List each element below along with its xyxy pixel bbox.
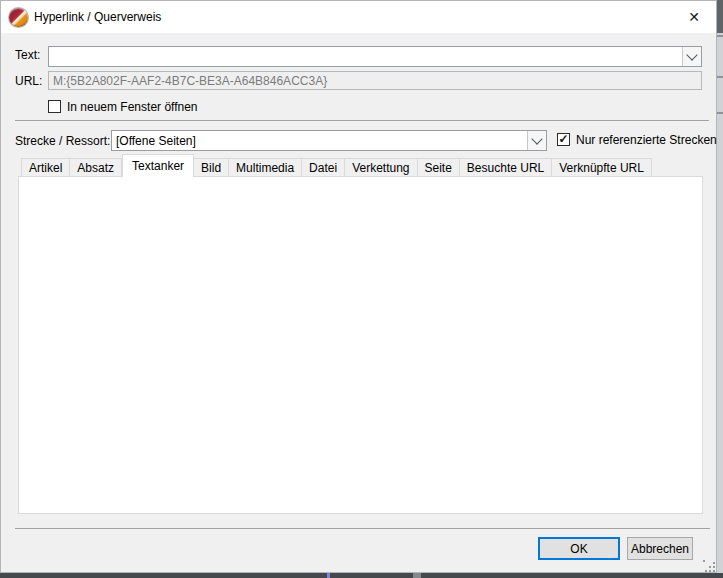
background-window-purple-mark — [327, 573, 330, 578]
tab-verkettung[interactable]: Verkettung — [345, 158, 417, 177]
background-window-right-edge — [717, 0, 723, 578]
tab-bild[interactable]: Bild — [194, 158, 229, 177]
hyperlink-dialog: Hyperlink / Querverweis ✕ Text: URL: M:{… — [0, 0, 717, 573]
background-window-dark-segment — [717, 0, 723, 33]
screen: Hyperlink / Querverweis ✕ Text: URL: M:{… — [0, 0, 723, 578]
separator-bottom — [15, 528, 710, 529]
tab-textanker[interactable]: Textanker — [122, 154, 194, 177]
background-window-tick — [717, 112, 723, 114]
tabpage-textanker — [18, 176, 703, 514]
strecke-combobox[interactable]: [Offene Seiten] — [111, 130, 547, 151]
url-field: M:{5B2A802F-AAF2-4B7C-BE3A-A64B846ACC3A} — [48, 71, 702, 90]
resize-grip-dots — [703, 560, 705, 562]
window-title: Hyperlink / Querverweis — [34, 10, 161, 24]
tab-seite[interactable]: Seite — [418, 158, 460, 177]
tab-multimedia[interactable]: Multimedia — [229, 158, 302, 177]
chevron-down-icon — [686, 49, 697, 60]
new-window-checkbox[interactable] — [48, 100, 61, 113]
text-combobox-dropdown-button[interactable] — [682, 47, 701, 66]
url-field-value: M:{5B2A802F-AAF2-4B7C-BE3A-A64B846ACC3A} — [53, 74, 327, 88]
url-label: URL: — [15, 74, 42, 88]
chevron-down-icon — [531, 133, 542, 144]
cancel-button[interactable]: Abbrechen — [627, 537, 693, 560]
tab-besuchte-url[interactable]: Besuchte URL — [460, 158, 552, 177]
tabstrip: Artikel Absatz Textanker Bild Multimedia… — [18, 154, 652, 177]
strecke-label: Strecke / Ressort: — [15, 134, 110, 148]
background-window-tick — [717, 76, 723, 78]
tab-artikel[interactable]: Artikel — [21, 158, 70, 177]
background-window-bottom-edge — [0, 573, 723, 578]
text-label: Text: — [15, 48, 40, 62]
background-window-gray-mark — [413, 573, 421, 578]
background-window-tick — [717, 35, 723, 37]
tab-verknuepfte-url[interactable]: Verknüpfte URL — [552, 158, 652, 177]
separator-top — [15, 120, 709, 121]
tab-absatz[interactable]: Absatz — [70, 158, 122, 177]
resize-grip[interactable] — [703, 560, 716, 573]
referenced-checkbox[interactable]: ✓ — [557, 133, 570, 146]
close-icon[interactable]: ✕ — [674, 1, 714, 33]
strecke-combobox-value: [Offene Seiten] — [116, 134, 196, 148]
referenced-checkbox-label: Nur referenzierte Strecken — [576, 133, 717, 147]
tab-datei[interactable]: Datei — [302, 158, 345, 177]
strecke-combobox-dropdown-button[interactable] — [527, 131, 546, 150]
ok-button[interactable]: OK — [538, 537, 620, 560]
text-combobox[interactable] — [48, 46, 702, 67]
new-window-checkbox-label: In neuem Fenster öffnen — [67, 100, 198, 114]
titlebar[interactable]: Hyperlink / Querverweis ✕ — [1, 1, 716, 33]
app-icon — [9, 8, 28, 27]
